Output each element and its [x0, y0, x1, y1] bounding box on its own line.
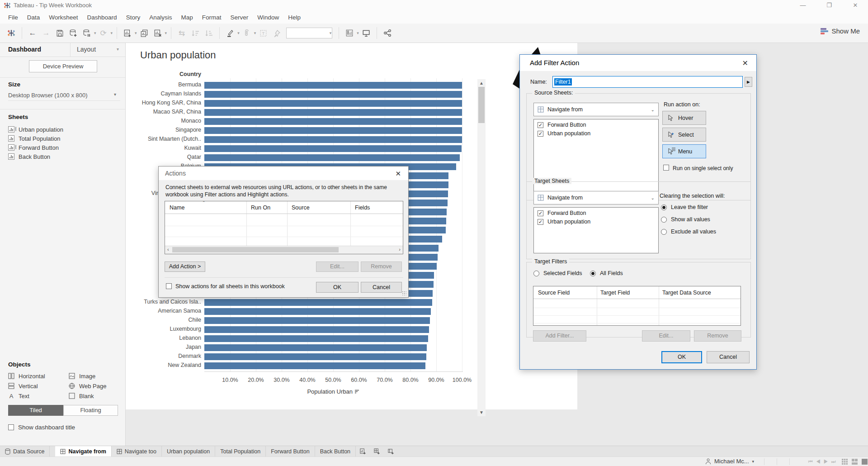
annotation-icon[interactable] — [241, 27, 253, 39]
name-input[interactable]: Filter1 — [552, 76, 743, 88]
object-blank[interactable]: Blank — [69, 391, 120, 401]
bar-macao-sar-china[interactable] — [204, 109, 462, 116]
new-worksheet-caret-icon[interactable]: ▾ — [135, 31, 137, 35]
actions-table-hscrollbar[interactable]: ‹ › — [165, 246, 403, 254]
checkbox-icon[interactable]: ✓ — [538, 219, 543, 225]
new-data-source-icon[interactable] — [67, 27, 79, 39]
new-worksheet-button[interactable] — [356, 446, 370, 456]
bar-luxembourg[interactable] — [204, 326, 429, 333]
column-header-run-on[interactable]: Run On — [251, 204, 270, 211]
tab-dashboard[interactable]: Dashboard — [8, 46, 41, 53]
sheet-tab-navigate-from[interactable]: Navigate from — [55, 446, 111, 456]
minimize-button[interactable]: — — [794, 1, 812, 10]
text-label-icon[interactable]: T — [257, 27, 269, 39]
restore-button[interactable]: ❐ — [820, 1, 838, 10]
sheet-option-forward-button[interactable]: ✓Forward Button — [538, 210, 658, 216]
tableau-logo-icon[interactable] — [5, 27, 17, 39]
resize-grip[interactable] — [402, 291, 406, 295]
sheet-tab-data-source[interactable]: Data Source — [0, 446, 50, 456]
new-story-button[interactable] — [384, 446, 398, 456]
column-header-fields[interactable]: Fields — [355, 204, 370, 211]
bar-singapore[interactable] — [204, 127, 462, 134]
fix-axes-icon[interactable] — [271, 27, 283, 39]
radio-all-fields[interactable]: All Fields — [590, 270, 623, 276]
scroll-left-icon[interactable]: ‹ — [167, 247, 169, 252]
scroll-right-icon[interactable]: › — [399, 247, 401, 252]
edit-action-button[interactable]: Edit... — [316, 262, 359, 272]
size-dropdown-caret-icon[interactable]: ▾ — [114, 92, 116, 97]
bar-new-zealand[interactable] — [204, 362, 425, 369]
add-filter-button[interactable]: Add Filter... — [533, 330, 586, 342]
menu-item-file[interactable]: File — [4, 14, 23, 21]
axis-label[interactable]: Population Urban — [265, 388, 401, 395]
sidebar-sheet-back-button[interactable]: Back Button — [8, 152, 50, 161]
ok-button[interactable]: OK — [661, 351, 702, 363]
source-sheet-dropdown[interactable]: Navigate from ⌄ — [533, 103, 659, 116]
cancel-button[interactable]: Cancel — [707, 351, 750, 363]
bar-hong-kong-sar-china[interactable] — [204, 100, 462, 107]
radio-icon[interactable] — [661, 217, 667, 223]
cancel-button[interactable]: Cancel — [361, 282, 402, 293]
menu-item-window[interactable]: Window — [253, 14, 283, 21]
checkbox-icon[interactable]: ✓ — [538, 122, 543, 128]
run-on-hover-button[interactable]: Hover — [662, 111, 706, 125]
clear-sheet-caret-icon[interactable]: ▾ — [165, 31, 167, 35]
story-navigation-icons[interactable]: ⏮◀▶⏭ — [808, 459, 839, 465]
column-header-source[interactable]: Source — [292, 204, 310, 211]
sheet-option-forward-button[interactable]: ✓Forward Button — [538, 122, 658, 128]
menu-item-map[interactable]: Map — [176, 14, 197, 21]
new-worksheet-icon[interactable] — [122, 27, 133, 39]
object-text[interactable]: AText — [8, 391, 69, 401]
scroll-down-icon[interactable]: ▼ — [477, 410, 486, 415]
close-icon[interactable]: ✕ — [742, 59, 748, 67]
menu-item-story[interactable]: Story — [122, 14, 145, 21]
scrollbar-thumb[interactable] — [478, 87, 485, 123]
menu-item-help[interactable]: Help — [283, 14, 305, 21]
menu-item-data[interactable]: Data — [23, 14, 45, 21]
edit-filter-button[interactable]: Edit... — [642, 330, 690, 342]
bar-chile[interactable] — [204, 317, 430, 324]
undo-icon[interactable]: ← — [27, 27, 38, 39]
presentation-mode-icon[interactable] — [360, 27, 372, 39]
size-dropdown[interactable]: Desktop Browser (1000 x 800) — [8, 92, 120, 101]
object-horizontal[interactable]: Horizontal — [8, 371, 69, 381]
bar-turks-and-caicos-isla[interactable] — [204, 299, 432, 306]
sort-descending-icon[interactable] — [203, 27, 215, 39]
run-on-menu-button[interactable]: Menu — [662, 144, 706, 158]
sheet-option-urban-population[interactable]: ✓Urban population — [538, 219, 658, 225]
annotation-caret-icon[interactable]: ▾ — [254, 31, 256, 35]
refresh-icon[interactable]: ⟳ — [98, 27, 109, 39]
sheet-tab-urban-population[interactable]: Urban population — [162, 446, 215, 456]
device-preview-button[interactable]: Device Preview — [29, 60, 97, 72]
menu-item-dashboard[interactable]: Dashboard — [83, 14, 122, 21]
run-on-select-button[interactable]: ✦Select — [662, 128, 706, 142]
bar-american-samoa[interactable] — [204, 308, 431, 315]
redo-icon[interactable]: → — [40, 27, 52, 39]
show-hide-cards-caret-icon[interactable]: ▾ — [357, 31, 359, 35]
menu-item-worksheet[interactable]: Worksheet — [44, 14, 82, 21]
bar-bermuda[interactable] — [204, 82, 462, 89]
column-header-name[interactable]: Name — [170, 204, 184, 211]
show-filmstrip-icon[interactable] — [852, 459, 858, 465]
target-sheet-dropdown[interactable]: Navigate from ⌄ — [533, 191, 659, 204]
tiled-button[interactable]: Tiled — [8, 405, 63, 416]
sidebar-sheet-urban-population[interactable]: ✓Urban population — [8, 125, 63, 134]
radio-exclude-all-values[interactable]: Exclude all values — [661, 228, 716, 235]
bar-lebanon[interactable] — [204, 335, 428, 342]
radio-selected-fields[interactable]: Selected Fields — [533, 270, 582, 276]
ok-button[interactable]: OK — [316, 282, 359, 293]
column-header-target-data-source[interactable]: Target Data Source — [662, 290, 711, 296]
name-menu-arrow-button[interactable]: ▶ — [745, 77, 752, 87]
pause-updates-caret-icon[interactable]: ▾ — [94, 31, 96, 35]
remove-action-button[interactable]: Remove — [361, 262, 402, 272]
menu-item-format[interactable]: Format — [198, 14, 226, 21]
show-all-sheets-checkbox[interactable] — [166, 283, 172, 289]
bar-denmark[interactable] — [204, 353, 426, 360]
add-action-button[interactable]: Add Action > — [165, 262, 205, 272]
radio-icon[interactable] — [533, 271, 539, 276]
user-menu[interactable]: Michael Mc... ▾ — [705, 458, 754, 465]
bar-qatar[interactable] — [204, 154, 460, 161]
show-tabs-icon[interactable] — [842, 459, 848, 465]
checkbox-icon[interactable]: ✓ — [538, 210, 543, 216]
remove-filter-button[interactable]: Remove — [694, 330, 741, 342]
